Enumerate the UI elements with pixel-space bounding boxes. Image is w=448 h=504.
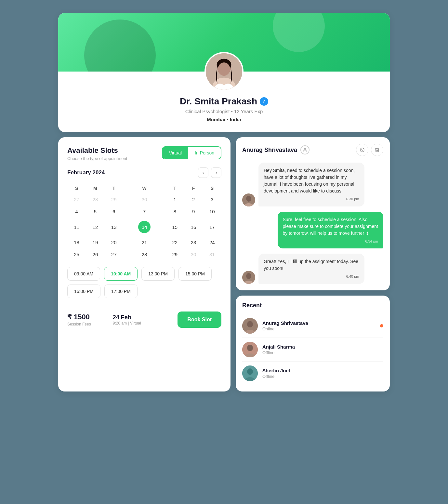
- next-month-btn[interactable]: ›: [211, 167, 221, 178]
- slots-title-block: Available Slots Choose the type of appoi…: [67, 146, 127, 161]
- recent-avatar: [242, 365, 258, 381]
- message-row: Great! Yes, I'll fill up the assignment …: [242, 254, 383, 284]
- session-info: 9:20 am | Virtual: [113, 321, 171, 325]
- calendar-nav: ‹ ›: [198, 167, 221, 178]
- calendar-day[interactable]: 25: [67, 248, 86, 260]
- block-button[interactable]: [356, 144, 368, 156]
- calendar-header: February 2024 ‹ ›: [67, 167, 221, 178]
- recent-info: Sherlin JoelOffline: [262, 368, 383, 379]
- calendar-day[interactable]: 17: [203, 218, 221, 236]
- time-slot-btn[interactable]: 13:00 PM: [141, 267, 175, 281]
- calendar-day[interactable]: 14: [123, 218, 165, 236]
- calendar-day[interactable]: 15: [165, 218, 184, 236]
- recent-card: Recent Anurag ShrivastavaOnlineAnjali Sh…: [236, 296, 390, 391]
- bottom-section: Available Slots Choose the type of appoi…: [58, 137, 390, 391]
- cal-header-mon: M: [86, 183, 104, 193]
- session-date: 24 Feb: [113, 314, 171, 321]
- time-slot-btn[interactable]: 09:00 AM: [67, 267, 100, 281]
- calendar-day[interactable]: 27: [105, 248, 123, 260]
- name-text: Dr. Smita Prakash: [180, 96, 257, 107]
- calendar-day[interactable]: 16: [184, 218, 203, 236]
- recent-name: Sherlin Joel: [262, 368, 383, 373]
- calendar-day[interactable]: 29: [105, 193, 123, 206]
- message-avatar: [242, 271, 255, 284]
- svg-point-15: [247, 321, 253, 327]
- profile-info: Dr. Smita Prakash ✓ Clinical Psychologis…: [58, 91, 390, 132]
- calendar-day[interactable]: 9: [184, 206, 203, 218]
- svg-point-4: [218, 62, 230, 76]
- calendar-day[interactable]: 28: [86, 193, 104, 206]
- calendar-day[interactable]: 23: [184, 236, 203, 248]
- delete-button[interactable]: [371, 144, 383, 156]
- calendar-day[interactable]: 11: [67, 218, 86, 236]
- calendar-day[interactable]: 30: [123, 193, 165, 206]
- calendar-day[interactable]: 13: [105, 218, 123, 236]
- calendar-day[interactable]: 28: [123, 248, 165, 260]
- recent-status: Online: [262, 326, 376, 331]
- calendar-day[interactable]: 29: [165, 248, 184, 260]
- calendar-day[interactable]: 19: [86, 236, 104, 248]
- cal-header-sat: S: [203, 183, 221, 193]
- chat-card: Anurag Shrivastava: [236, 137, 390, 290]
- slots-title: Available Slots: [67, 146, 127, 155]
- prev-month-btn[interactable]: ‹: [198, 167, 208, 178]
- avatar-wrapper: [58, 52, 390, 91]
- calendar-day[interactable]: 6: [105, 206, 123, 218]
- calendar-day[interactable]: 31: [203, 248, 221, 260]
- calendar-day[interactable]: 7: [123, 206, 165, 218]
- calendar-day[interactable]: 2: [184, 193, 203, 206]
- message-row: Sure, feel free to schedule a session. A…: [242, 212, 383, 249]
- message-row: Hey Smita, need to schedule a session so…: [242, 163, 383, 206]
- calendar-day[interactable]: 20: [105, 236, 123, 248]
- recent-list-item[interactable]: Sherlin JoelOffline: [242, 362, 383, 385]
- right-panel: Anurag Shrivastava: [236, 137, 390, 391]
- calendar-day[interactable]: 8: [165, 206, 184, 218]
- recent-list-item[interactable]: Anurag ShrivastavaOnline: [242, 314, 383, 338]
- in-person-toggle-btn[interactable]: In Person: [188, 147, 221, 159]
- message-time: 6.34 pm: [283, 239, 378, 244]
- calendar-day[interactable]: 18: [67, 236, 86, 248]
- calendar-grid: S M T W T F S 27282930123456789101112131…: [67, 183, 221, 260]
- calendar-day[interactable]: 12: [86, 218, 104, 236]
- calendar-day[interactable]: 27: [67, 193, 86, 206]
- message-bubble: Hey Smita, need to schedule a session so…: [258, 163, 364, 206]
- slots-card: Available Slots Choose the type of appoi…: [58, 137, 231, 391]
- booking-footer: ₹ 1500 Session Fees 24 Feb 9:20 am | Vir…: [67, 306, 221, 328]
- message-bubble: Great! Yes, I'll fill up the assignment …: [258, 254, 364, 284]
- recent-title: Recent: [242, 302, 383, 309]
- cal-header-wed: W: [123, 183, 165, 193]
- calendar-day[interactable]: 22: [165, 236, 184, 248]
- banner-decoration-2: [273, 13, 325, 52]
- book-slot-button[interactable]: Book Slot: [178, 312, 221, 328]
- calendar-day[interactable]: 4: [67, 206, 86, 218]
- calendar-month: February 2024: [67, 169, 105, 176]
- avatar: [204, 52, 244, 91]
- virtual-toggle-btn[interactable]: Virtual: [163, 147, 188, 159]
- user-profile-icon[interactable]: [300, 145, 310, 154]
- recent-avatar: [242, 318, 258, 334]
- fee-label: Session Fees: [67, 322, 106, 326]
- svg-point-5: [304, 148, 306, 150]
- cal-header-sun: S: [67, 183, 86, 193]
- message-time: 6.30 pm: [264, 196, 359, 202]
- appointment-toggle: Virtual In Person: [162, 146, 221, 159]
- doctor-specialty: Clinical Psychologist • 12 Years Exp: [65, 109, 383, 114]
- time-slot-btn[interactable]: 15:00 PM: [178, 267, 212, 281]
- svg-point-9: [246, 196, 251, 202]
- time-slot-btn[interactable]: 10:00 AM: [104, 267, 138, 281]
- calendar-day[interactable]: 24: [203, 236, 221, 248]
- calendar-day[interactable]: 21: [123, 236, 165, 248]
- cal-header-thu: T: [165, 183, 184, 193]
- calendar-day[interactable]: 30: [184, 248, 203, 260]
- calendar-day[interactable]: 26: [86, 248, 104, 260]
- recent-status: Offline: [262, 350, 383, 355]
- fee-amount: ₹ 1500: [67, 313, 106, 321]
- calendar-day[interactable]: 5: [86, 206, 104, 218]
- calendar-day[interactable]: 3: [203, 193, 221, 206]
- time-slot-btn[interactable]: 17:00 PM: [104, 285, 138, 298]
- recent-list-item[interactable]: Anjali SharmaOffline: [242, 338, 383, 362]
- calendar-day[interactable]: 1: [165, 193, 184, 206]
- message-avatar: [242, 193, 255, 206]
- calendar-day[interactable]: 10: [203, 206, 221, 218]
- time-slot-btn[interactable]: 16:00 PM: [67, 285, 100, 298]
